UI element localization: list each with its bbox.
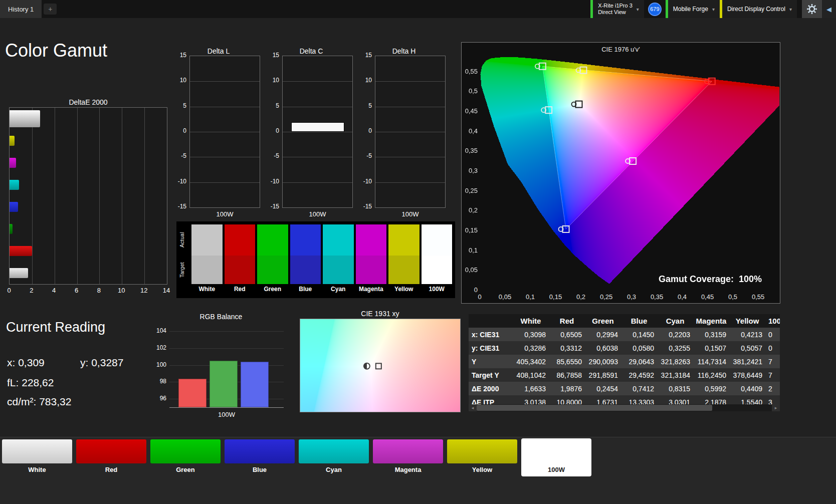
axis-tick-label: 0 xyxy=(7,287,11,294)
reading-x-label: x: xyxy=(7,357,15,368)
test-patch-red[interactable]: Red xyxy=(76,439,146,475)
swatch-column-100w: 100W xyxy=(422,224,453,298)
axis-tick-label: -10 xyxy=(363,178,372,185)
row-label: x: CIE31 xyxy=(469,328,513,341)
chart-title: RGB Balance xyxy=(154,313,288,321)
table-cell: 0,0580 xyxy=(621,341,657,355)
patch-label: Cyan xyxy=(299,466,369,473)
axis-tick-label: 0,2 xyxy=(576,293,585,301)
target-swatch xyxy=(323,256,354,284)
gridline xyxy=(190,81,260,82)
column-header-cyan: Cyan xyxy=(657,314,693,328)
axis-tick-label: 0,45 xyxy=(701,293,714,301)
measurement-count-badge[interactable]: 679 xyxy=(648,3,662,16)
test-patch-green[interactable]: Green xyxy=(150,439,221,475)
axis-tick-label: 12 xyxy=(140,287,147,294)
test-patch-magenta[interactable]: Magenta xyxy=(373,439,443,475)
test-patch-100w[interactable]: 100W xyxy=(521,438,591,476)
swatch-label: 100W xyxy=(422,284,453,294)
plot-area xyxy=(300,319,461,412)
gamut-coverage-readout: Gamut Coverage: 100% xyxy=(659,274,762,285)
column-header-yellow: Yellow xyxy=(729,314,765,328)
table-cell: 0,5992 xyxy=(693,382,729,395)
pattern-source-dropdown[interactable]: Mobile Forge ▾ xyxy=(668,0,720,18)
gridline xyxy=(375,107,445,107)
test-patch-white[interactable]: White xyxy=(2,439,72,475)
scroll-right-arrow[interactable]: ▸ xyxy=(772,404,780,411)
gridline xyxy=(190,107,260,107)
actual-swatch xyxy=(422,224,453,256)
axis-category-label: 100W xyxy=(189,210,260,218)
bar-red xyxy=(178,379,206,407)
gridline xyxy=(169,348,284,349)
bar-yellow xyxy=(10,136,15,146)
reading-y-label: y: xyxy=(80,357,88,368)
axis-tick-label: -5 xyxy=(366,152,372,159)
display-control-label: Direct Display Control xyxy=(727,6,785,13)
table-cell: 1,9876 xyxy=(549,382,585,395)
table-cell: 290,0093 xyxy=(585,355,621,368)
meter-dropdown[interactable]: X-Rite i1Pro 3 Direct View ▾ xyxy=(593,0,644,18)
swatch-column-cyan: Cyan xyxy=(323,224,354,298)
calibration-app-window: History 1 + X-Rite i1Pro 3 Direct View ▾… xyxy=(0,0,836,504)
swatch-label: Blue xyxy=(290,284,321,294)
reading-y: y: 0,3287 xyxy=(80,357,123,369)
table-cell: 408,1042 xyxy=(513,368,549,382)
cie-1976-chromaticity-chart: CIE 1976 u'v' Gamut Coverage: 100% 00,05… xyxy=(461,42,780,304)
table-cell: 0,2994 xyxy=(585,328,621,341)
table-cell: 0,3159 xyxy=(693,328,729,341)
gridline xyxy=(55,108,55,284)
row-label-header xyxy=(469,314,513,328)
settings-button[interactable] xyxy=(802,0,822,18)
swatch-column-magenta: Magenta xyxy=(356,224,387,298)
scroll-left-arrow[interactable]: ◂ xyxy=(469,404,477,411)
table-row: y: CIE310,32860,33120,60380,05800,32550,… xyxy=(469,341,780,355)
table-cell: 0,4409 xyxy=(729,382,765,395)
bar-red xyxy=(10,246,32,256)
axis-tick-label: 0,55 xyxy=(752,293,764,301)
axis-tick-label: 0,15 xyxy=(549,293,562,301)
scrollbar-thumb[interactable] xyxy=(477,405,712,411)
plot-area xyxy=(189,56,260,208)
add-tab-button[interactable]: + xyxy=(44,4,57,15)
test-patch-yellow[interactable]: Yellow xyxy=(447,439,517,475)
axis-tick-label: 0,25 xyxy=(463,187,478,194)
gridline xyxy=(32,108,33,284)
meter-mode: Direct View xyxy=(598,9,632,16)
patch-label: Blue xyxy=(225,466,295,473)
axis-tick-label: 6 xyxy=(75,287,78,294)
reading-fl-label: fL: xyxy=(7,377,19,388)
gamut-coverage-value: 100% xyxy=(739,274,762,285)
axis-tick-label: -15 xyxy=(178,203,186,210)
patch-label: Magenta xyxy=(373,466,443,473)
y-axis-labels: 1041021009896 xyxy=(154,324,168,408)
test-patch-blue[interactable]: Blue xyxy=(225,439,295,475)
current-reading-title: Current Reading xyxy=(6,320,161,335)
bar-cyan xyxy=(10,180,19,190)
chromaticity-canvas xyxy=(480,53,779,290)
history-tab[interactable]: History 1 xyxy=(0,0,42,18)
swatch-label: Green xyxy=(257,284,288,294)
chevron-down-icon: ▾ xyxy=(637,7,639,12)
left-arrow-icon: ◀ xyxy=(826,6,831,13)
axis-tick-label: 15 xyxy=(365,52,372,59)
y-axis-labels: 151050-5-10-15 xyxy=(360,56,373,208)
axis-tick-label: 10 xyxy=(118,287,125,294)
horizontal-scrollbar[interactable]: ◂▸ xyxy=(469,404,780,411)
table-cell: 0,2454 xyxy=(585,382,621,395)
axis-tick-label: 0,55 xyxy=(463,68,478,75)
gridline xyxy=(77,108,78,284)
chart-title: CIE 1931 xy xyxy=(300,310,461,318)
delta-l-chart: Delta L 151050-5-10-15 100W xyxy=(174,47,263,221)
collapse-panel-button[interactable]: ◀ xyxy=(822,0,836,18)
patch-label: Yellow xyxy=(447,466,517,473)
axis-tick-label: 0,3 xyxy=(627,293,636,301)
row-label: y: CIE31 xyxy=(469,341,513,355)
gridline xyxy=(190,132,260,132)
column-header-white: White xyxy=(513,314,549,328)
display-control-dropdown[interactable]: Direct Display Control ▾ xyxy=(722,0,797,18)
gridline xyxy=(375,81,445,82)
delta-c-chart: Delta C 151050-5-10-15 100W xyxy=(267,47,355,221)
swatch-label: Yellow xyxy=(388,284,420,294)
test-patch-cyan[interactable]: Cyan xyxy=(299,439,369,475)
